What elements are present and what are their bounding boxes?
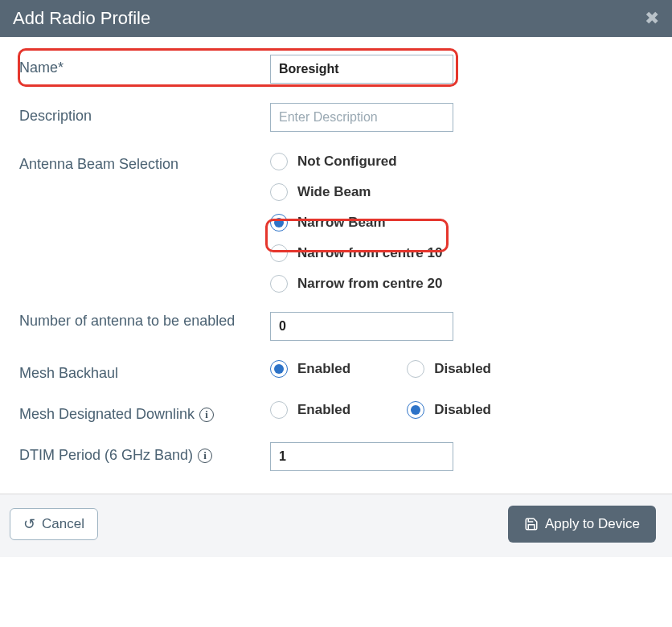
radio-label: Narrow from centre 20 xyxy=(297,276,442,292)
info-icon[interactable]: i xyxy=(199,408,214,422)
radio-icon xyxy=(270,244,288,262)
radio-icon xyxy=(407,401,424,419)
radio-icon xyxy=(270,183,288,201)
radio-narrow-20[interactable]: Narrow from centre 20 xyxy=(270,275,653,293)
mesh-downlink-label-text: Mesh Designated Downlink xyxy=(19,406,195,423)
radio-label: Disabled xyxy=(434,361,491,377)
radio-icon xyxy=(270,360,288,378)
radio-icon xyxy=(270,153,288,170)
antenna-count-label: Number of antenna to be enabled xyxy=(19,312,270,330)
apply-button[interactable]: Apply to Device xyxy=(508,506,656,543)
undo-icon: ↺ xyxy=(23,517,35,531)
radio-label: Enabled xyxy=(297,402,350,418)
description-label: Description xyxy=(19,103,270,125)
radio-wide-beam[interactable]: Wide Beam xyxy=(270,183,653,201)
radio-icon xyxy=(270,275,288,293)
description-input[interactable] xyxy=(270,103,453,132)
mesh-downlink-enabled[interactable]: Enabled xyxy=(270,401,350,419)
radio-narrow-10[interactable]: Narrow from centre 10 xyxy=(270,244,653,262)
apply-button-label: Apply to Device xyxy=(545,516,640,532)
radio-label: Disabled xyxy=(434,402,491,418)
modal-header: Add Radio Profile ✖ xyxy=(0,0,672,37)
dtim-label-text: DTIM Period (6 GHz Band) xyxy=(19,447,193,464)
name-input[interactable] xyxy=(270,55,453,84)
modal-footer: ↺ Cancel Apply to Device xyxy=(0,494,672,557)
radio-label: Narrow from centre 10 xyxy=(297,245,442,261)
modal-body: Name* Description Antenna Beam Selection… xyxy=(0,37,672,471)
mesh-downlink-disabled[interactable]: Disabled xyxy=(407,401,491,419)
name-label: Name* xyxy=(19,55,270,76)
antenna-count-input[interactable] xyxy=(270,312,453,341)
radio-label: Not Configured xyxy=(297,154,397,170)
radio-narrow-beam[interactable]: Narrow Beam xyxy=(270,214,653,232)
radio-not-configured[interactable]: Not Configured xyxy=(270,153,653,170)
modal-title: Add Radio Profile xyxy=(13,8,150,29)
radio-label: Wide Beam xyxy=(297,184,371,200)
save-icon xyxy=(524,517,539,531)
antenna-beam-label: Antenna Beam Selection xyxy=(19,151,270,173)
mesh-backhaul-label: Mesh Backhaul xyxy=(19,360,270,382)
mesh-backhaul-enabled[interactable]: Enabled xyxy=(270,360,350,378)
radio-icon xyxy=(407,360,424,378)
cancel-button[interactable]: ↺ Cancel xyxy=(10,508,98,540)
close-icon[interactable]: ✖ xyxy=(645,8,659,29)
dtim-label: DTIM Period (6 GHz Band) i xyxy=(19,442,270,464)
radio-icon xyxy=(270,401,288,419)
radio-label: Enabled xyxy=(297,361,350,377)
cancel-button-label: Cancel xyxy=(42,516,84,532)
add-radio-profile-modal: Add Radio Profile ✖ Name* Description An… xyxy=(0,0,672,557)
radio-label: Narrow Beam xyxy=(297,215,386,231)
dtim-input[interactable] xyxy=(270,442,453,471)
mesh-downlink-label: Mesh Designated Downlink i xyxy=(19,401,270,423)
info-icon[interactable]: i xyxy=(198,449,212,463)
radio-icon xyxy=(270,214,288,232)
mesh-backhaul-disabled[interactable]: Disabled xyxy=(407,360,491,378)
